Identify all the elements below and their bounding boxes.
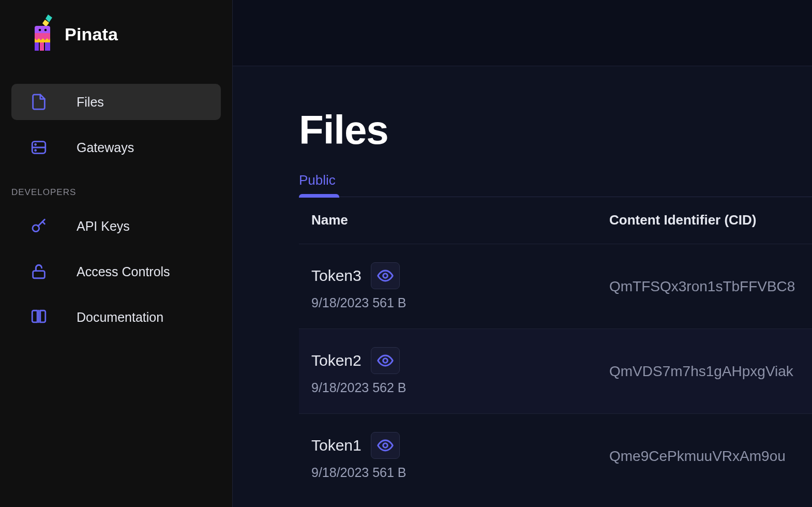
sidebar-item-label: Files (77, 95, 104, 110)
column-name: Name (299, 212, 609, 228)
svg-rect-2 (35, 42, 39, 51)
pinata-logo-icon (28, 14, 55, 54)
unlock-icon (30, 263, 48, 280)
svg-rect-3 (40, 42, 44, 51)
sidebar-item-files[interactable]: Files (11, 84, 221, 120)
sidebar-item-label: Access Controls (77, 264, 170, 279)
table-row[interactable]: Token2 9/18/2023 562 B QmVDS7m7hs1gAHpxg… (299, 329, 812, 413)
server-icon (30, 139, 48, 156)
page-title: Files (299, 107, 812, 154)
file-name: Token1 (311, 437, 362, 454)
svg-point-16 (383, 443, 388, 448)
file-icon (30, 93, 48, 111)
svg-point-9 (35, 144, 36, 145)
eye-icon (377, 437, 394, 454)
preview-button[interactable] (371, 347, 400, 374)
file-name: Token3 (311, 267, 362, 285)
preview-button[interactable] (371, 262, 400, 289)
table-header: Name Content Identifier (CID) (299, 197, 812, 244)
sidebar: Pinata Files Gateways DEV (0, 0, 233, 507)
file-cid: QmVDS7m7hs1gAHpxgViak (609, 363, 812, 380)
file-meta: 9/18/2023 562 B (311, 380, 609, 395)
svg-point-10 (35, 150, 36, 151)
sidebar-item-api-keys[interactable]: API Keys (11, 208, 221, 244)
eye-icon (377, 352, 394, 369)
tabs: Public (299, 172, 812, 197)
svg-point-6 (44, 29, 47, 32)
file-cid: QmTFSQx3ron1sTbFFVBC8 (609, 278, 812, 295)
file-meta: 9/18/2023 561 B (311, 295, 609, 310)
sidebar-item-label: API Keys (77, 219, 130, 234)
svg-point-14 (383, 274, 388, 278)
book-icon (30, 308, 48, 326)
topbar (233, 0, 812, 66)
file-meta: 9/18/2023 561 B (311, 465, 609, 480)
svg-rect-4 (45, 42, 50, 51)
nav-primary: Files Gateways (0, 84, 232, 175)
eye-icon (377, 267, 394, 285)
brand-name: Pinata (65, 24, 118, 44)
files-table: Name Content Identifier (CID) Token3 (299, 197, 812, 498)
preview-button[interactable] (371, 432, 400, 459)
svg-rect-12 (33, 271, 45, 278)
brand-row: Pinata (0, 14, 232, 54)
column-cid: Content Identifier (CID) (609, 212, 812, 228)
sidebar-item-access-controls[interactable]: Access Controls (11, 254, 221, 290)
svg-point-15 (383, 359, 388, 363)
nav-developers: API Keys Access Controls Do (0, 208, 232, 345)
table-row[interactable]: Token3 9/18/2023 561 B QmTFSQx3ron1sTbFF… (299, 244, 812, 329)
section-label-developers: DEVELOPERS (0, 175, 232, 208)
svg-point-5 (39, 29, 41, 32)
sidebar-item-gateways[interactable]: Gateways (11, 129, 221, 166)
sidebar-item-label: Gateways (77, 140, 134, 155)
tab-public[interactable]: Public (299, 172, 336, 197)
key-icon (30, 217, 48, 235)
file-name: Token2 (311, 352, 362, 369)
main-content: Files Public Name Content Identifier (CI… (233, 0, 812, 507)
file-cid: Qme9CePkmuuVRxAm9ou (609, 448, 812, 465)
sidebar-item-label: Documentation (77, 310, 163, 325)
table-row[interactable]: Token1 9/18/2023 561 B Qme9CePkmuuVRxAm9… (299, 413, 812, 498)
sidebar-item-documentation[interactable]: Documentation (11, 299, 221, 335)
